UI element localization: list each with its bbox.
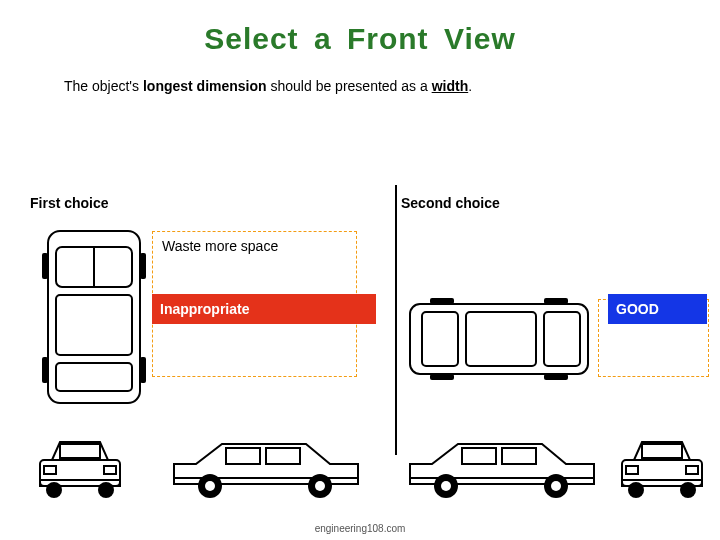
footer-credit: engineering108.com bbox=[0, 523, 720, 534]
svg-rect-14 bbox=[544, 298, 568, 304]
subtitle-post: . bbox=[468, 78, 472, 94]
svg-rect-6 bbox=[140, 253, 146, 279]
svg-point-36 bbox=[441, 481, 451, 491]
subtitle-bold: longest dimension bbox=[143, 78, 267, 94]
first-choice-label: First choice bbox=[30, 195, 109, 211]
subtitle-emph: width bbox=[432, 78, 469, 94]
subtitle-pre: The object's bbox=[64, 78, 143, 94]
car-side-2 bbox=[402, 430, 602, 500]
good-tag: GOOD bbox=[608, 294, 707, 324]
inappropriate-tag: Inappropriate bbox=[152, 294, 376, 324]
svg-point-30 bbox=[315, 481, 325, 491]
svg-point-37 bbox=[551, 481, 561, 491]
svg-rect-7 bbox=[42, 357, 48, 383]
svg-rect-8 bbox=[140, 357, 146, 383]
page-title: Select a Front View bbox=[0, 0, 720, 56]
subtitle-mid: should be presented as a bbox=[267, 78, 432, 94]
svg-rect-5 bbox=[42, 253, 48, 279]
waste-label: Waste more space bbox=[162, 238, 278, 254]
svg-point-21 bbox=[46, 482, 62, 498]
car-front-small-2 bbox=[612, 430, 712, 500]
subtitle: The object's longest dimension should be… bbox=[0, 56, 720, 94]
good-text: GOOD bbox=[616, 301, 659, 317]
svg-point-22 bbox=[98, 482, 114, 498]
svg-rect-16 bbox=[544, 374, 568, 380]
svg-point-29 bbox=[205, 481, 215, 491]
svg-rect-13 bbox=[430, 298, 454, 304]
svg-point-42 bbox=[628, 482, 644, 498]
car-front-small-1 bbox=[30, 430, 130, 500]
second-choice-label: Second choice bbox=[401, 195, 500, 211]
inappropriate-text: Inappropriate bbox=[160, 301, 249, 317]
car-topview-left bbox=[38, 225, 150, 410]
svg-rect-9 bbox=[410, 304, 588, 374]
svg-point-43 bbox=[680, 482, 696, 498]
vertical-divider bbox=[395, 185, 397, 455]
svg-rect-15 bbox=[430, 374, 454, 380]
car-side-1 bbox=[166, 430, 366, 500]
car-topview-right bbox=[404, 294, 594, 384]
